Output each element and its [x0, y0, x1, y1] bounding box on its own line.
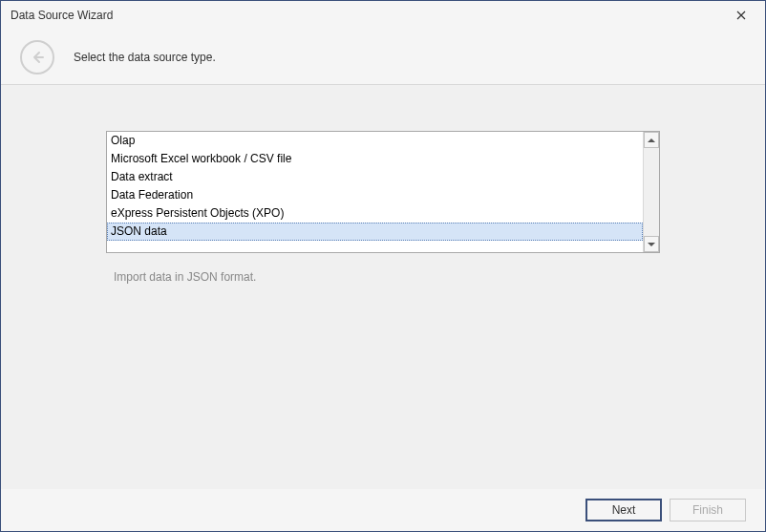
- data-source-wizard-dialog: Data Source Wizard Select the data sourc…: [0, 0, 766, 532]
- list-item[interactable]: Microsoft Excel workbook / CSV file: [107, 150, 643, 168]
- scrollbar[interactable]: [643, 132, 659, 252]
- list-item[interactable]: JSON data: [107, 223, 643, 241]
- listbox-items[interactable]: OlapMicrosoft Excel workbook / CSV fileD…: [107, 132, 643, 252]
- next-button[interactable]: Next: [585, 499, 662, 521]
- footer: Next Finish: [1, 489, 765, 531]
- dialog-title: Data Source Wizard: [11, 9, 727, 22]
- list-item[interactable]: Data extract: [107, 168, 643, 186]
- titlebar: Data Source Wizard: [1, 1, 765, 30]
- list-item[interactable]: Olap: [107, 132, 643, 150]
- scroll-up-button[interactable]: [644, 132, 659, 148]
- wizard-header: Select the data source type.: [1, 30, 765, 85]
- chevron-up-icon: [648, 138, 655, 143]
- list-item[interactable]: Data Federation: [107, 186, 643, 204]
- description-text: Import data in JSON format.: [106, 270, 660, 284]
- list-item[interactable]: eXpress Persistent Objects (XPO): [107, 204, 643, 223]
- back-button[interactable]: [20, 40, 54, 74]
- finish-button: Finish: [670, 499, 746, 521]
- chevron-down-icon: [648, 242, 655, 247]
- data-source-type-listbox: OlapMicrosoft Excel workbook / CSV fileD…: [106, 131, 660, 253]
- instruction-text: Select the data source type.: [74, 51, 216, 64]
- scroll-down-button[interactable]: [644, 236, 659, 252]
- close-button[interactable]: [727, 4, 755, 27]
- back-arrow-icon: [30, 50, 45, 65]
- close-icon: [736, 11, 746, 20]
- content-area: OlapMicrosoft Excel workbook / CSV fileD…: [1, 85, 765, 489]
